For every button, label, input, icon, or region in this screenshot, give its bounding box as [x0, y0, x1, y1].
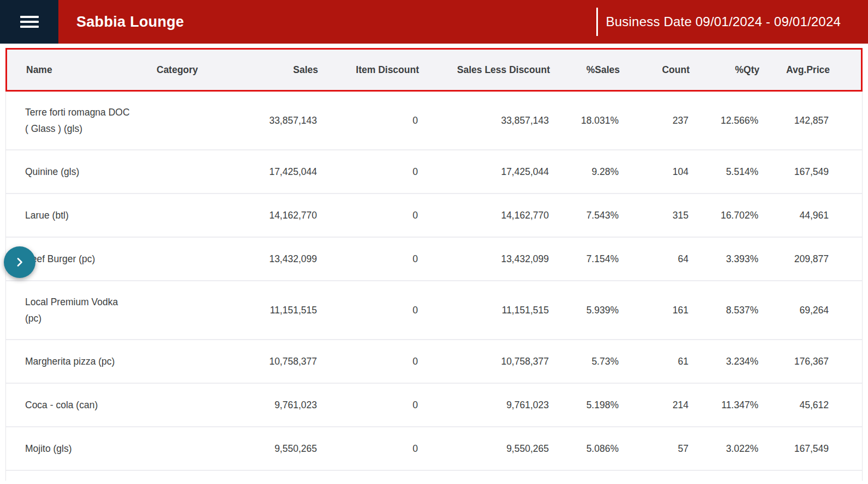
cell-sales: 11,151,515 — [238, 302, 317, 318]
cell-sales_less_discount: 11,151,515 — [418, 302, 549, 318]
cell-count: 64 — [619, 251, 689, 267]
table-row[interactable]: Terre forti romagna DOC ( Glass ) (gls)3… — [6, 92, 862, 150]
column-header-count[interactable]: Count — [620, 62, 690, 78]
report-table: NameCategorySalesItem DiscountSales Less… — [0, 44, 868, 471]
column-header-sales_less_discount[interactable]: Sales Less Discount — [419, 62, 550, 78]
cell-item_discount: 0 — [317, 251, 418, 267]
cell-name: Coca - cola (can) — [25, 397, 151, 413]
cell-sales: 17,425,044 — [238, 164, 317, 180]
cell-pct_sales: 9.28% — [549, 164, 619, 180]
cell-avg_price: 167,549 — [758, 164, 829, 180]
cell-pct_qty: 16.702% — [689, 207, 758, 223]
cell-count: 61 — [619, 353, 689, 370]
cell-count: 237 — [619, 112, 689, 129]
table-body: Terre forti romagna DOC ( Glass ) (gls)3… — [5, 92, 863, 471]
cell-name: Beef Burger (pc) — [25, 251, 151, 267]
cell-item_discount: 0 — [317, 112, 418, 129]
table-row[interactable]: Mojito (gls)9,550,26509,550,2655.086%573… — [6, 427, 862, 471]
table-row[interactable]: Quinine (gls)17,425,044017,425,0449.28%1… — [6, 150, 862, 194]
column-header-avg_price[interactable]: Avg.Price — [759, 62, 830, 78]
cell-name: Local Premium Vodka (pc) — [25, 294, 151, 326]
cell-name: Larue (btl) — [25, 207, 151, 223]
cell-sales: 33,857,143 — [238, 112, 317, 129]
column-header-name[interactable]: Name — [26, 62, 152, 78]
cell-count: 57 — [619, 440, 689, 457]
cell-sales: 14,162,770 — [238, 207, 317, 223]
table-header-row: NameCategorySalesItem DiscountSales Less… — [5, 48, 863, 92]
column-header-item_discount[interactable]: Item Discount — [318, 62, 419, 78]
cell-sales_less_discount: 14,162,770 — [418, 207, 549, 223]
cell-item_discount: 0 — [317, 164, 418, 180]
table-row[interactable]: Margherita pizza (pc)10,758,377010,758,3… — [6, 340, 862, 384]
business-date-range[interactable]: Business Date 09/01/2024 - 09/01/2024 — [596, 8, 868, 36]
cell-pct_qty: 5.514% — [689, 164, 758, 180]
cell-avg_price: 167,549 — [758, 440, 829, 457]
menu-button[interactable] — [0, 0, 58, 44]
page-title: Sabbia Lounge — [76, 14, 184, 31]
hamburger-icon — [20, 16, 39, 18]
cell-pct_sales: 7.543% — [549, 207, 619, 223]
cell-name: Terre forti romagna DOC ( Glass ) (gls) — [25, 104, 151, 137]
cell-name: Mojito (gls) — [25, 440, 151, 457]
cell-pct_sales: 5.198% — [549, 397, 619, 413]
cell-avg_price: 209,877 — [758, 251, 829, 267]
cell-item_discount: 0 — [317, 440, 418, 457]
header-separator — [596, 8, 598, 36]
table-row[interactable]: Coca - cola (can)9,761,02309,761,0235.19… — [6, 384, 862, 427]
cell-sales: 10,758,377 — [238, 353, 317, 370]
cell-sales_less_discount: 9,761,023 — [418, 397, 549, 413]
cell-item_discount: 0 — [317, 353, 418, 370]
cell-pct_sales: 5.086% — [549, 440, 619, 457]
app-bar: Sabbia Lounge Business Date 09/01/2024 -… — [0, 0, 868, 44]
chevron-right-icon — [13, 256, 26, 269]
expand-panel-button[interactable] — [4, 246, 35, 278]
cell-count: 161 — [619, 302, 689, 318]
cell-count: 315 — [619, 207, 689, 223]
column-header-category[interactable]: Category — [152, 62, 239, 78]
cell-avg_price: 45,612 — [758, 397, 829, 413]
column-header-pct_sales[interactable]: %Sales — [550, 62, 620, 78]
cell-sales_less_discount: 33,857,143 — [418, 112, 549, 129]
cell-pct_qty: 8.537% — [689, 302, 758, 318]
cell-count: 104 — [619, 164, 689, 180]
cell-pct_qty: 3.022% — [689, 440, 758, 457]
cell-pct_sales: 5.939% — [549, 302, 619, 318]
table-row[interactable]: Larue (btl)14,162,770014,162,7707.543%31… — [6, 194, 862, 238]
cell-avg_price: 142,857 — [758, 112, 829, 129]
cell-pct_sales: 7.154% — [549, 251, 619, 267]
cell-name: Margherita pizza (pc) — [25, 353, 151, 370]
cell-sales: 13,432,099 — [238, 251, 317, 267]
cell-sales_less_discount: 13,432,099 — [418, 251, 549, 267]
column-header-pct_qty[interactable]: %Qty — [690, 62, 759, 78]
cell-pct_qty: 3.393% — [689, 251, 758, 267]
table-row[interactable]: Beef Burger (pc)13,432,099013,432,0997.1… — [6, 238, 862, 281]
cell-pct_qty: 11.347% — [689, 397, 758, 413]
cell-pct_sales: 5.73% — [549, 353, 619, 370]
business-date-label: Business Date 09/01/2024 - 09/01/2024 — [606, 14, 841, 29]
cell-count: 214 — [619, 397, 689, 413]
cell-item_discount: 0 — [317, 207, 418, 223]
table-row[interactable]: Local Premium Vodka (pc)11,151,515011,15… — [6, 281, 862, 340]
cell-sales_less_discount: 9,550,265 — [418, 440, 549, 457]
cell-sales: 9,550,265 — [238, 440, 317, 457]
table-row-partial — [5, 471, 863, 481]
cell-sales_less_discount: 10,758,377 — [418, 353, 549, 370]
cell-pct_sales: 18.031% — [549, 112, 619, 129]
cell-item_discount: 0 — [317, 302, 418, 318]
cell-pct_qty: 12.566% — [689, 112, 758, 129]
cell-sales_less_discount: 17,425,044 — [418, 164, 549, 180]
cell-avg_price: 44,961 — [758, 207, 829, 223]
cell-item_discount: 0 — [317, 397, 418, 413]
cell-avg_price: 69,264 — [758, 302, 829, 318]
cell-name: Quinine (gls) — [25, 164, 151, 180]
cell-avg_price: 176,367 — [758, 353, 829, 370]
cell-pct_qty: 3.234% — [689, 353, 758, 370]
column-header-sales[interactable]: Sales — [239, 62, 318, 78]
cell-sales: 9,761,023 — [238, 397, 317, 413]
